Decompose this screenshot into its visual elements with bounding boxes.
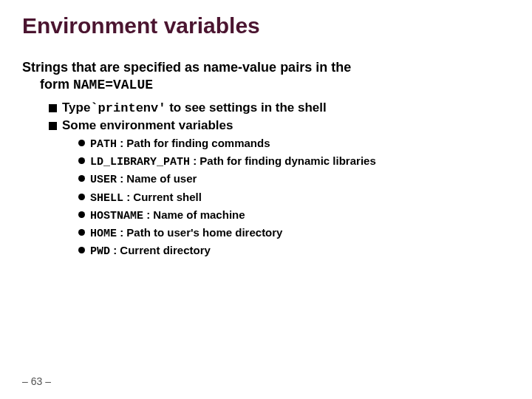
- dot-bullet-icon: [78, 229, 85, 236]
- var-desc: : Current directory: [110, 244, 211, 256]
- slide-number: – 63 –: [22, 375, 51, 387]
- intro-text: Strings that are specified as name-value…: [22, 59, 510, 95]
- var-desc: : Current shell: [123, 191, 202, 203]
- bullet-printenv: Type`printenv' to see settings in the sh…: [49, 100, 510, 115]
- bullet1-suffix: to see settings in the shell: [166, 100, 326, 115]
- var-name: PATH: [90, 138, 117, 151]
- var-name: SHELL: [90, 192, 123, 205]
- dot-bullet-icon: [78, 247, 85, 253]
- list-item: PWD : Current directory: [78, 243, 510, 259]
- list-item: HOSTNAME : Name of machine: [78, 208, 510, 224]
- intro-line2-prefix: form: [40, 77, 73, 92]
- dot-bullet-icon: [78, 157, 85, 164]
- square-bullet-icon: [49, 104, 57, 112]
- dot-bullet-icon: [78, 140, 85, 146]
- dot-bullet-icon: [78, 211, 85, 218]
- intro-line1: Strings that are specified as name-value…: [22, 60, 351, 75]
- var-desc: : Name of machine: [143, 208, 245, 221]
- list-item: SHELL : Current shell: [78, 190, 510, 206]
- intro-code: NAME=VALUE: [73, 78, 153, 92]
- bullet1-prefix: Type: [62, 100, 90, 115]
- dot-bullet-icon: [78, 175, 85, 182]
- list-item: LD_LIBRARY_PATH : Path for finding dynam…: [78, 154, 510, 170]
- var-desc: : Path for finding commands: [117, 137, 270, 149]
- env-var-list: PATH : Path for finding commands LD_LIBR…: [78, 136, 510, 260]
- square-bullet-icon: [49, 122, 57, 130]
- bullet1-code: `printenv': [90, 101, 166, 115]
- list-item: HOME : Path to user's home directory: [78, 225, 510, 242]
- var-desc: : Path for finding dynamic libraries: [190, 154, 376, 167]
- bullet-env-vars: Some environment variables: [49, 118, 510, 133]
- var-name: PWD: [90, 245, 110, 258]
- bullet2-text: Some environment variables: [62, 118, 233, 133]
- var-name: HOME: [90, 228, 117, 240]
- var-name: USER: [90, 174, 117, 186]
- slide-title: Environment variables: [22, 13, 510, 38]
- list-item: PATH : Path for finding commands: [78, 136, 510, 152]
- var-desc: : Name of user: [117, 172, 197, 185]
- list-item: USER : Name of user: [78, 171, 510, 188]
- var-name: LD_LIBRARY_PATH: [90, 156, 190, 168]
- var-desc: : Path to user's home directory: [117, 226, 282, 239]
- dot-bullet-icon: [78, 194, 85, 200]
- var-name: HOSTNAME: [90, 210, 143, 222]
